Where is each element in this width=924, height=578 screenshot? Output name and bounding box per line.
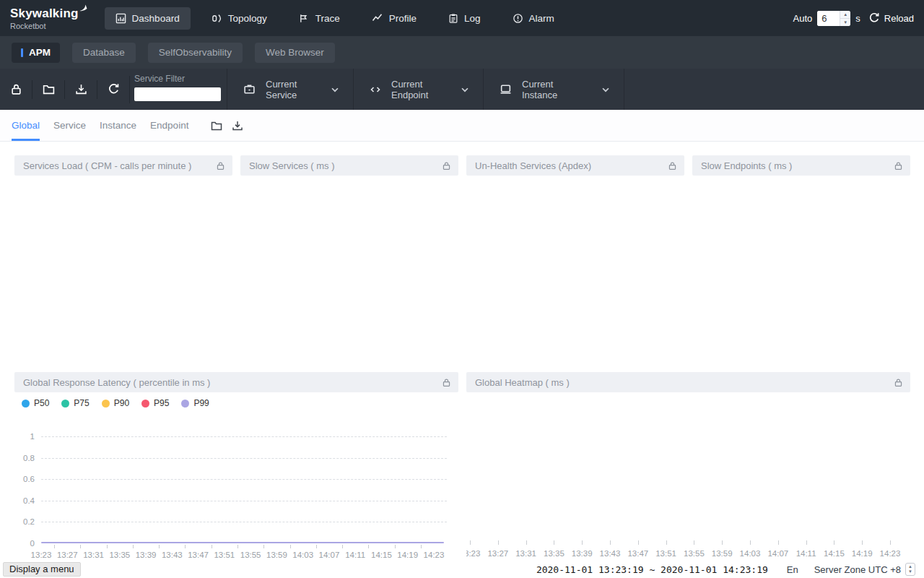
group-tab-web-browser[interactable]: Web Browser bbox=[255, 43, 335, 63]
panel-slow-services: Slow Services ( ms ) bbox=[240, 155, 458, 358]
toolbar-icons bbox=[0, 69, 130, 110]
x-axis-label: 13:27 bbox=[57, 551, 78, 559]
auto-label: Auto bbox=[793, 13, 813, 24]
heatmap-axis: 13:2313:2713:3113:3513:3913:4313:4713:51… bbox=[470, 540, 890, 560]
x-axis-tick bbox=[133, 545, 134, 548]
panel-lock-button[interactable] bbox=[442, 378, 451, 387]
server-zone-stepper[interactable]: ▲▼ bbox=[905, 563, 915, 576]
x-axis-tick bbox=[778, 540, 779, 545]
panel-header: Un-Health Services (Apdex) bbox=[466, 155, 684, 176]
nav-item-alarm[interactable]: Alarm bbox=[502, 7, 565, 30]
x-axis-label: 13:35 bbox=[109, 551, 130, 559]
reload-button[interactable]: Reload bbox=[868, 12, 914, 24]
x-axis-tick bbox=[638, 540, 639, 545]
legend-item-p50[interactable]: P50 bbox=[22, 398, 49, 408]
auto-interval-stepper[interactable]: ▲▼ bbox=[840, 11, 850, 26]
x-axis-tick bbox=[610, 540, 611, 545]
x-axis-label: 14:11 bbox=[796, 549, 816, 558]
nav-label: Dashboard bbox=[132, 13, 180, 24]
auto-interval-value[interactable] bbox=[817, 11, 840, 26]
nav-label: Profile bbox=[389, 13, 417, 24]
current-endpoint-selector[interactable]: Current Endpoint bbox=[353, 69, 483, 110]
chevron-down-icon bbox=[601, 85, 611, 95]
step-down-icon[interactable]: ▼ bbox=[840, 19, 850, 26]
lock-button[interactable] bbox=[0, 69, 32, 110]
tab-global[interactable]: Global bbox=[12, 111, 40, 141]
gridline bbox=[41, 458, 447, 459]
lock-icon bbox=[894, 161, 903, 171]
step-up-icon[interactable]: ▲ bbox=[908, 564, 912, 569]
language-switch[interactable]: En bbox=[787, 564, 798, 575]
legend-label: P75 bbox=[74, 398, 89, 408]
import-template-button[interactable] bbox=[32, 69, 64, 110]
import-dashboard-button[interactable] bbox=[211, 120, 222, 131]
server-zone-label[interactable]: Server Zone UTC +8 bbox=[814, 564, 901, 575]
x-axis-tick bbox=[834, 540, 834, 545]
x-axis-label: 13:59 bbox=[266, 551, 287, 559]
legend-dot bbox=[141, 400, 149, 407]
view-tabs: Global Service Instance Endpoint bbox=[0, 110, 924, 142]
legend-item-p75[interactable]: P75 bbox=[61, 398, 89, 408]
tab-endpoint[interactable]: Endpoint bbox=[150, 111, 188, 141]
x-axis-tick bbox=[54, 545, 55, 548]
gridline bbox=[41, 522, 447, 522]
x-axis-tick bbox=[750, 540, 751, 545]
nav-label: Trace bbox=[315, 13, 340, 24]
current-service-selector[interactable]: Current Service bbox=[227, 69, 353, 110]
nav-item-profile[interactable]: Profile bbox=[361, 7, 427, 30]
refresh-templates-button[interactable] bbox=[97, 69, 129, 110]
group-tab-apm[interactable]: APM bbox=[12, 43, 60, 63]
current-instance-selector[interactable]: Current Instance bbox=[483, 69, 624, 110]
group-tab-selfobservability[interactable]: SelfObservability bbox=[148, 43, 243, 63]
x-axis-tick bbox=[890, 540, 891, 545]
legend-label: P95 bbox=[154, 398, 169, 408]
x-axis-label: 14:03 bbox=[740, 549, 761, 558]
panel-lock-button[interactable] bbox=[668, 161, 677, 171]
gridline bbox=[41, 501, 447, 501]
x-axis-tick bbox=[316, 545, 317, 548]
x-axis-tick bbox=[212, 545, 212, 548]
panel-lock-button[interactable] bbox=[442, 161, 451, 171]
group-tab-label: APM bbox=[29, 47, 51, 58]
panel-lock-button[interactable] bbox=[894, 378, 903, 387]
x-axis-label: 13:31 bbox=[515, 549, 536, 558]
logo-subtitle: Rocketbot bbox=[10, 22, 79, 30]
x-axis-tick bbox=[185, 545, 186, 548]
panel-title: Slow Services ( ms ) bbox=[249, 160, 442, 171]
x-axis-label: 13:51 bbox=[214, 551, 235, 559]
x-axis-label: 14:19 bbox=[397, 551, 418, 559]
export-template-button[interactable] bbox=[65, 69, 97, 110]
panel-header: Services Load ( CPM - calls per minute ) bbox=[14, 155, 232, 176]
x-axis-label: 14:03 bbox=[292, 551, 313, 559]
x-axis-label: 14:11 bbox=[345, 551, 365, 559]
tab-service[interactable]: Service bbox=[53, 111, 86, 141]
selector-label: Current Instance bbox=[522, 79, 588, 100]
y-axis-label: 0.8 bbox=[23, 454, 35, 462]
auto-interval-input[interactable]: ▲▼ bbox=[817, 11, 850, 26]
group-tab-database[interactable]: Database bbox=[72, 43, 136, 63]
service-filter-input[interactable] bbox=[134, 87, 221, 101]
legend-item-p99[interactable]: P99 bbox=[181, 398, 209, 408]
tab-instance[interactable]: Instance bbox=[100, 111, 136, 141]
panel-lock-button[interactable] bbox=[894, 161, 903, 171]
panel-global-response-latency: Global Response Latency ( percentile in … bbox=[14, 372, 458, 560]
panel-lock-button[interactable] bbox=[216, 161, 225, 171]
dashboard-group-bar: APM Database SelfObservability Web Brows… bbox=[0, 36, 924, 69]
nav-item-log[interactable]: Log bbox=[437, 7, 492, 30]
time-range-picker[interactable]: 2020-11-01 13:23:19 ~ 2020-11-01 14:23:1… bbox=[536, 564, 768, 575]
step-up-icon[interactable]: ▲ bbox=[840, 11, 850, 19]
legend-item-p95[interactable]: P95 bbox=[141, 398, 169, 408]
nav-item-dashboard[interactable]: Dashboard bbox=[105, 7, 191, 30]
y-axis-label: 0.6 bbox=[23, 475, 35, 483]
logo-swoosh-icon bbox=[79, 4, 88, 13]
legend-item-p90[interactable]: P90 bbox=[102, 398, 129, 408]
nav-item-topology[interactable]: Topology bbox=[201, 7, 278, 30]
x-axis-label: 13:23 bbox=[31, 551, 52, 559]
panel-title: Un-Health Services (Apdex) bbox=[475, 160, 668, 171]
folder-icon bbox=[211, 120, 222, 131]
step-down-icon[interactable]: ▼ bbox=[908, 569, 912, 574]
export-dashboard-button[interactable] bbox=[232, 120, 243, 131]
nav-item-trace[interactable]: Trace bbox=[288, 7, 351, 30]
x-axis-tick bbox=[694, 540, 694, 545]
x-axis-tick bbox=[107, 545, 108, 548]
